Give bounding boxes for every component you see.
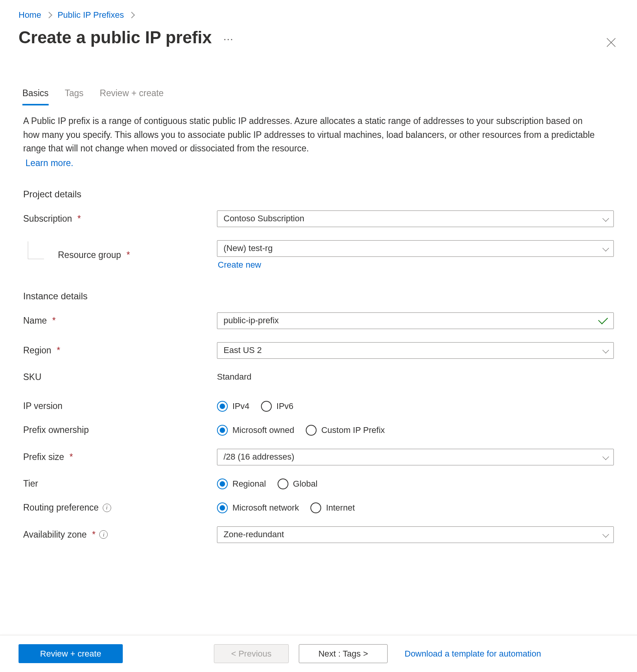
description-text: A Public IP prefix is a range of contigu… [0,106,637,170]
section-instance-details: Instance details [23,291,614,302]
label-prefix-size: Prefix size* [23,452,217,462]
availability-zone-select[interactable]: Zone-redundant [217,526,614,543]
breadcrumb: Home Public IP Prefixes [0,0,637,24]
chevron-down-icon [603,245,609,251]
label-name: Name* [23,316,217,326]
close-icon[interactable] [604,32,618,53]
tab-tags[interactable]: Tags [65,88,84,105]
review-create-button[interactable]: Review + create [19,644,123,663]
required-indicator: * [69,452,73,462]
label-routing-preference: Routing preference i [23,502,217,513]
create-new-link[interactable]: Create new [218,260,261,270]
label-prefix-ownership: Prefix ownership [23,425,217,435]
download-template-link[interactable]: Download a template for automation [405,649,541,659]
radio-ms-owned[interactable]: Microsoft owned [217,425,294,436]
chevron-right-icon [46,12,52,19]
page-title: Create a public IP prefix [19,28,212,47]
label-availability-zone: Availability zone* i [23,529,217,540]
more-icon[interactable]: ··· [223,34,233,44]
tab-basics[interactable]: Basics [22,88,49,105]
breadcrumb-parent[interactable]: Public IP Prefixes [58,10,124,20]
breadcrumb-home[interactable]: Home [19,10,41,20]
tab-review-create[interactable]: Review + create [100,88,164,105]
radio-ipv6[interactable]: IPv6 [261,401,293,412]
checkmark-icon [598,314,608,324]
info-icon[interactable]: i [99,530,108,539]
label-tier: Tier [23,479,217,489]
chevron-down-icon [603,531,609,538]
resource-group-select[interactable]: (New) test-rg [217,240,614,257]
label-sku: SKU [23,372,217,382]
chevron-down-icon [603,453,609,460]
chevron-down-icon [603,347,609,353]
footer-bar: Review + create < Previous Next : Tags >… [0,635,637,672]
chevron-right-icon [129,12,135,19]
section-project-details: Project details [23,189,614,200]
required-indicator: * [92,529,96,540]
info-icon[interactable]: i [103,504,111,512]
region-select[interactable]: East US 2 [217,342,614,359]
label-resource-group: Resource group* [23,250,217,260]
required-indicator: * [127,250,130,260]
previous-button: < Previous [214,644,289,663]
tab-bar: Basics Tags Review + create [0,88,637,106]
label-subscription: Subscription* [23,214,217,224]
label-ip-version: IP version [23,401,217,411]
prefix-size-select[interactable]: /28 (16 addresses) [217,449,614,465]
subscription-select[interactable]: Contoso Subscription [217,210,614,227]
chevron-down-icon [603,215,609,222]
radio-routing-internet[interactable]: Internet [310,502,355,513]
radio-tier-regional[interactable]: Regional [217,479,266,489]
required-indicator: * [78,214,81,224]
radio-ipv4[interactable]: IPv4 [217,401,249,412]
required-indicator: * [52,316,56,326]
radio-custom-prefix[interactable]: Custom IP Prefix [306,425,385,436]
next-button[interactable]: Next : Tags > [299,644,388,663]
required-indicator: * [57,345,60,356]
learn-more-link[interactable]: Learn more. [23,156,73,170]
label-region: Region* [23,345,217,356]
sku-value: Standard [217,372,251,382]
radio-tier-global[interactable]: Global [278,479,318,489]
radio-routing-ms-network[interactable]: Microsoft network [217,502,299,513]
name-input[interactable]: public-ip-prefix [217,312,614,329]
